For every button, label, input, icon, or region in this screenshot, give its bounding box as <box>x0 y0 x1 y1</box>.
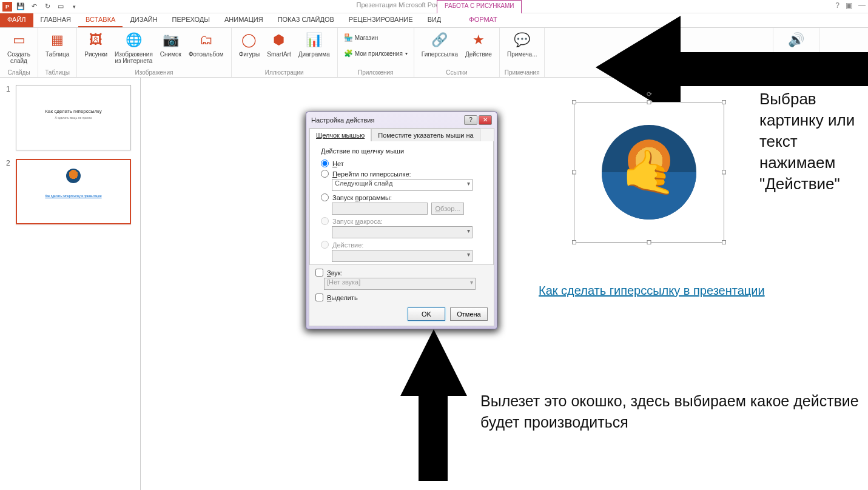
save-icon[interactable]: 💾 <box>16 2 25 12</box>
redo-icon[interactable]: ↻ <box>42 2 52 12</box>
checkbox-highlight[interactable] <box>315 294 323 301</box>
chart-icon: 📊 <box>304 30 324 50</box>
slide-thumbnail-2[interactable]: Как сделать гиперссылку в презентации <box>16 159 131 224</box>
browse-button[interactable]: Обзор... <box>431 203 464 215</box>
group-links: 🔗Гиперссылка ★Действие Ссылки <box>414 28 500 77</box>
online-pictures-button[interactable]: 🌐Изображения из Интернета <box>111 29 156 65</box>
macro-combo <box>332 226 473 238</box>
logo-image: 🤙 <box>602 125 696 220</box>
comment-button[interactable]: 💬Примеча... <box>503 29 541 59</box>
radio-none[interactable] <box>321 159 329 167</box>
dialog-title-text: Настройка действия <box>311 116 374 124</box>
dialog-help-button[interactable]: ? <box>464 115 477 125</box>
radio-run-program-label[interactable]: Запуск программы: <box>332 194 392 201</box>
radio-run-program[interactable] <box>321 193 329 201</box>
slide-hyperlink-text[interactable]: Как сделать гиперссылку в презентации <box>539 284 765 298</box>
action-settings-dialog: Настройка действия ? ✕ Щелчок мышью Поме… <box>306 112 497 329</box>
dialog-close-button[interactable]: ✕ <box>479 115 492 125</box>
window-controls: ? ▣ — <box>835 1 866 10</box>
action-button[interactable]: ★Действие <box>462 29 496 59</box>
hyperlink-icon: 🔗 <box>430 30 449 50</box>
tab-format[interactable]: ФОРМАТ <box>462 13 505 27</box>
action-combo <box>332 250 473 262</box>
tab-insert[interactable]: ВСТАВКА <box>78 13 123 27</box>
checkbox-highlight-label[interactable]: Выделить <box>327 294 358 301</box>
dialog-tab-click[interactable]: Щелчок мышью <box>309 129 371 141</box>
store-icon: 🏪 <box>344 33 352 42</box>
ribbon-options-icon[interactable]: ▣ <box>846 1 852 10</box>
selected-picture[interactable]: 🤙 <box>574 102 724 243</box>
shapes-button[interactable]: ◯Фигуры <box>235 29 263 59</box>
shapes-icon: ◯ <box>240 30 259 50</box>
radio-action <box>321 241 329 249</box>
smartart-button[interactable]: ⬢SmartArt <box>263 29 294 59</box>
sound-combo: [Нет звука] <box>324 278 476 290</box>
chart-button[interactable]: 📊Диаграмма <box>295 29 334 59</box>
contextual-tab-label: РАБОТА С РИСУНКАМИ <box>437 0 522 13</box>
table-icon: ▦ <box>48 30 67 50</box>
group-illustrations: ◯Фигуры ⬢SmartArt 📊Диаграмма Иллюстрации <box>232 28 338 77</box>
table-button[interactable]: ▦Таблица <box>42 29 73 59</box>
dialog-tab-hover[interactable]: Поместите указатель мыши на <box>371 129 480 141</box>
checkbox-sound-label[interactable]: Звук: <box>327 269 343 277</box>
undo-icon[interactable]: ↶ <box>29 2 39 12</box>
slide-canvas[interactable]: 🤙 Как сделать гиперссылку в презентации … <box>141 78 868 490</box>
quick-access-toolbar: P 💾 ↶ ↻ ▭ ▾ <box>0 2 79 12</box>
photo-album-icon: 🗂 <box>197 30 216 50</box>
radio-hyperlink[interactable] <box>321 170 329 178</box>
tab-animations[interactable]: АНИМАЦИЯ <box>217 13 271 27</box>
my-apps-button[interactable]: 🧩Мои приложения▾ <box>341 49 410 58</box>
dialog-group-label: Действие по щелчку мыши <box>321 147 482 155</box>
checkbox-sound[interactable] <box>315 269 323 277</box>
annotation-arrow-up <box>402 329 462 481</box>
program-path-input[interactable] <box>332 203 428 215</box>
workspace: 1 Как сделать гиперссылку А сделать вещь… <box>0 78 868 490</box>
start-slideshow-icon[interactable]: ▭ <box>56 2 66 12</box>
thumb-number: 2 <box>6 159 12 224</box>
tab-slideshow[interactable]: ПОКАЗ СЛАЙДОВ <box>271 13 341 27</box>
tab-transitions[interactable]: ПЕРЕХОДЫ <box>165 13 217 27</box>
group-apps: 🏪Магазин 🧩Мои приложения▾ Приложения <box>338 28 414 77</box>
shaka-hand-icon: 🤙 <box>622 147 676 198</box>
tab-design[interactable]: ДИЗАЙН <box>123 13 164 27</box>
slide-thumbnails-panel: 1 Как сделать гиперссылку А сделать вещь… <box>0 78 141 490</box>
tab-home[interactable]: ГЛАВНАЯ <box>33 13 78 27</box>
help-icon[interactable]: ? <box>835 1 839 10</box>
dialog-titlebar[interactable]: Настройка действия ? ✕ <box>306 112 497 128</box>
action-icon: ★ <box>469 30 488 50</box>
tab-review[interactable]: РЕЦЕНЗИРОВАНИЕ <box>341 13 420 27</box>
group-slides: ▭Создать слайд Слайды <box>0 28 38 77</box>
cancel-button[interactable]: Отмена <box>450 307 488 321</box>
radio-hyperlink-label[interactable]: Перейти по гиперссылке: <box>332 170 411 178</box>
tab-file[interactable]: ФАЙЛ <box>0 13 33 27</box>
group-images: 🖼Рисунки 🌐Изображения из Интернета 📷Сним… <box>77 28 232 77</box>
powerpoint-icon[interactable]: P <box>2 2 12 12</box>
qat-more-icon[interactable]: ▾ <box>69 2 79 12</box>
hyperlink-combo[interactable]: Следующий слайд <box>332 179 473 191</box>
group-tables: ▦Таблица Таблицы <box>38 28 77 77</box>
radio-none-label[interactable]: Нет <box>332 160 344 167</box>
my-apps-icon: 🧩 <box>344 49 352 58</box>
pictures-button[interactable]: 🖼Рисунки <box>81 29 111 59</box>
ok-button[interactable]: OK <box>408 307 445 321</box>
slide-thumbnail-1[interactable]: Как сделать гиперссылку А сделать вещь н… <box>16 85 131 150</box>
pictures-icon: 🖼 <box>86 30 106 50</box>
radio-action-label: Действие: <box>332 241 363 249</box>
screenshot-button[interactable]: 📷Снимок <box>156 29 185 59</box>
group-comments: 💬Примеча... Примечания <box>500 28 545 77</box>
radio-run-macro-label: Запуск макроса: <box>332 218 383 225</box>
annotation-text-1: Выбрав картинку или текст нажимаем "Дейс… <box>759 89 868 195</box>
store-button[interactable]: 🏪Магазин <box>341 33 410 42</box>
hyperlink-button[interactable]: 🔗Гиперссылка <box>418 29 462 59</box>
new-slide-button[interactable]: ▭Создать слайд <box>4 29 34 65</box>
tab-view[interactable]: ВИД <box>420 13 449 27</box>
title-bar: P 💾 ↶ ↻ ▭ ▾ Презентация Microsoft PowerP… <box>0 0 868 13</box>
radio-run-macro <box>321 217 329 225</box>
thumb-logo-icon <box>66 169 81 183</box>
screenshot-icon: 📷 <box>161 30 180 50</box>
new-slide-icon: ▭ <box>9 30 29 50</box>
online-pictures-icon: 🌐 <box>124 30 143 50</box>
thumb-number: 1 <box>6 85 12 150</box>
minimize-icon[interactable]: — <box>858 1 866 10</box>
photo-album-button[interactable]: 🗂Фотоальбом <box>185 29 227 59</box>
